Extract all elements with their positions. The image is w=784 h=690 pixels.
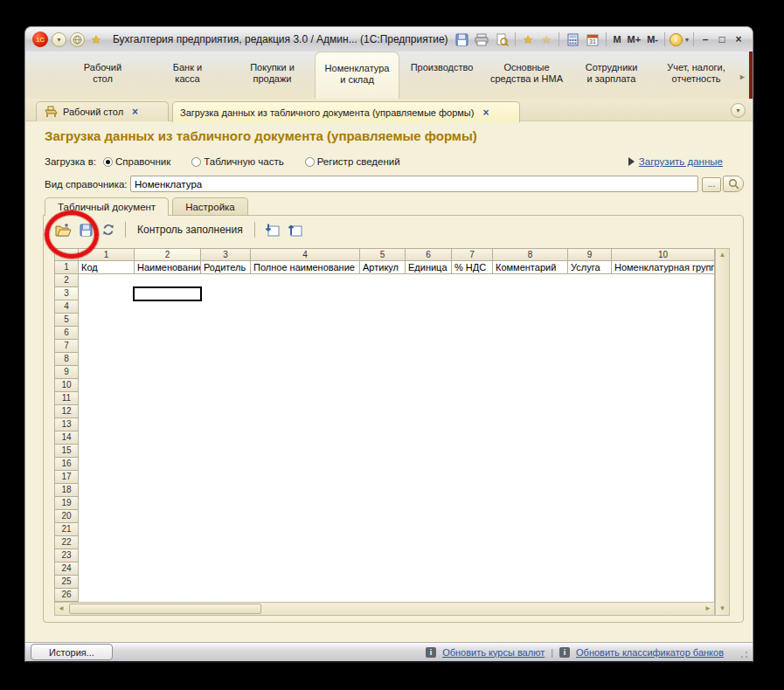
section-tab-5[interactable]: Производство: [399, 52, 484, 99]
vertical-scrollbar[interactable]: ▲ ▼: [715, 248, 730, 616]
history-button[interactable]: История...: [31, 644, 113, 660]
open-file-button[interactable]: [54, 221, 72, 238]
column-header-7[interactable]: 7: [452, 248, 493, 261]
row-header-20[interactable]: 20: [54, 510, 79, 523]
catalog-kind-input[interactable]: [130, 176, 698, 192]
column-header-1[interactable]: 1: [79, 248, 135, 261]
info-icon[interactable]: i: [670, 33, 683, 46]
section-tab-2[interactable]: Банк икасса: [145, 52, 230, 99]
row-header-14[interactable]: 14: [54, 431, 79, 445]
field-name-cell[interactable]: % НДС: [452, 261, 493, 274]
row-header-1[interactable]: 1: [54, 261, 79, 274]
row-header-17[interactable]: 17: [54, 471, 79, 484]
favorite-dim-icon[interactable]: ★: [538, 31, 554, 47]
section-tab-4[interactable]: Номенклатураи склад: [315, 52, 399, 99]
row-header-23[interactable]: 23: [54, 549, 79, 562]
corner-cell[interactable]: [54, 248, 79, 261]
row-header-24[interactable]: 24: [54, 562, 79, 576]
sheet-data-area[interactable]: [79, 274, 715, 602]
column-header-3[interactable]: 3: [201, 248, 251, 261]
row-header-13[interactable]: 13: [54, 418, 79, 431]
section-tab-7[interactable]: Сотрудникии зарплата: [569, 52, 654, 99]
section-tab-6[interactable]: Основныесредства и НМА: [484, 52, 569, 99]
column-header-9[interactable]: 9: [568, 248, 612, 261]
row-header-7[interactable]: 7: [54, 340, 79, 353]
row-header-4[interactable]: 4: [54, 300, 79, 314]
row-header-5[interactable]: 5: [54, 314, 79, 327]
row-header-18[interactable]: 18: [54, 484, 79, 497]
radio-option-2[interactable]: Табличную часть: [191, 156, 283, 167]
scroll-up-icon[interactable]: ▲: [719, 249, 726, 261]
row-header-19[interactable]: 19: [54, 497, 79, 510]
memory-plus-button[interactable]: M+: [626, 34, 643, 45]
row-header-6[interactable]: 6: [54, 327, 79, 340]
tab-list-button[interactable]: ▾: [731, 103, 746, 118]
row-header-25[interactable]: 25: [54, 576, 79, 589]
field-name-cell[interactable]: Номенклатурная группа: [612, 261, 715, 274]
row-header-11[interactable]: 11: [54, 392, 79, 405]
tab-settings[interactable]: Настройка: [172, 197, 248, 215]
row-header-21[interactable]: 21: [54, 523, 79, 536]
field-name-cell[interactable]: Артикул: [360, 261, 406, 274]
row-header-3[interactable]: 3: [54, 287, 79, 300]
search-button[interactable]: [723, 176, 744, 192]
column-header-5[interactable]: 5: [360, 248, 406, 261]
save-table-button[interactable]: [77, 221, 94, 238]
favorites-star-icon[interactable]: ★: [88, 31, 104, 47]
tab-table-document[interactable]: Табличный документ: [45, 197, 169, 216]
row-header-15[interactable]: 15: [54, 445, 79, 458]
field-name-cell[interactable]: Единица: [406, 261, 452, 274]
selected-cell[interactable]: [133, 286, 202, 301]
close-tab-icon[interactable]: ×: [132, 106, 138, 118]
field-name-cell[interactable]: Родитель: [201, 261, 251, 274]
add-favorite-icon[interactable]: ★: [520, 31, 536, 47]
section-tab-8[interactable]: Учет, налоги,отчетность: [654, 52, 739, 99]
row-header-22[interactable]: 22: [54, 536, 79, 549]
calendar-button[interactable]: 31: [584, 31, 601, 48]
field-name-cell[interactable]: Комментарий: [493, 261, 568, 274]
row-header-2[interactable]: 2: [54, 274, 79, 287]
fill-check-button[interactable]: Контроль заполнения: [134, 224, 246, 236]
section-tab-1[interactable]: Рабочийстол: [60, 52, 145, 99]
row-header-12[interactable]: 12: [54, 405, 79, 418]
memory-minus-button[interactable]: M-: [645, 34, 660, 45]
calculator-button[interactable]: [564, 31, 581, 48]
field-name-cell[interactable]: Услуга: [568, 261, 612, 274]
scroll-down-icon[interactable]: ▼: [719, 603, 726, 615]
row-header-9[interactable]: 9: [54, 366, 79, 379]
tab-desktop[interactable]: Рабочий стол ×: [36, 101, 169, 121]
memory-button[interactable]: M: [611, 34, 622, 45]
scroll-left-icon[interactable]: ◄: [55, 603, 67, 615]
sections-overflow-icon[interactable]: ►: [739, 72, 746, 81]
ellipsis-button[interactable]: ...: [702, 177, 721, 192]
print-button[interactable]: [473, 31, 490, 48]
scroll-right-icon[interactable]: ►: [702, 603, 714, 615]
row-header-16[interactable]: 16: [54, 458, 79, 471]
column-header-10[interactable]: 10: [612, 248, 715, 261]
main-menu-button[interactable]: ▾: [52, 32, 66, 47]
refresh-button[interactable]: [100, 221, 117, 238]
column-header-8[interactable]: 8: [493, 248, 568, 261]
close-tab-icon[interactable]: ×: [482, 107, 489, 119]
row-header-10[interactable]: 10: [54, 379, 79, 392]
load-data-link[interactable]: Загрузить данные: [639, 156, 723, 167]
section-tab-3[interactable]: Покупки ипродажи: [230, 52, 315, 99]
update-banks-link[interactable]: Обновить классификатор банков: [576, 647, 724, 658]
row-header-26[interactable]: 26: [54, 589, 79, 602]
column-header-2[interactable]: 2: [135, 248, 201, 261]
horizontal-scrollbar[interactable]: ◄ ►: [54, 602, 715, 616]
service-button[interactable]: [70, 32, 85, 47]
import-rows-button[interactable]: [263, 221, 281, 238]
field-name-cell[interactable]: Наименование: [135, 261, 201, 274]
scrollbar-thumb[interactable]: [69, 604, 261, 614]
tab-data-load[interactable]: Загрузка данных из табличного документа …: [172, 101, 520, 122]
maximize-button[interactable]: □: [715, 33, 729, 45]
print-preview-button[interactable]: [493, 31, 510, 48]
info-chevron-icon[interactable]: ▾: [685, 36, 689, 44]
field-name-cell[interactable]: Код: [79, 261, 135, 274]
column-header-4[interactable]: 4: [251, 248, 360, 261]
resize-grip[interactable]: [737, 647, 747, 658]
field-name-cell[interactable]: Полное наименование: [251, 261, 360, 274]
radio-option-3[interactable]: Регистр сведений: [305, 156, 400, 167]
radio-option-1[interactable]: Справочник: [103, 156, 170, 167]
